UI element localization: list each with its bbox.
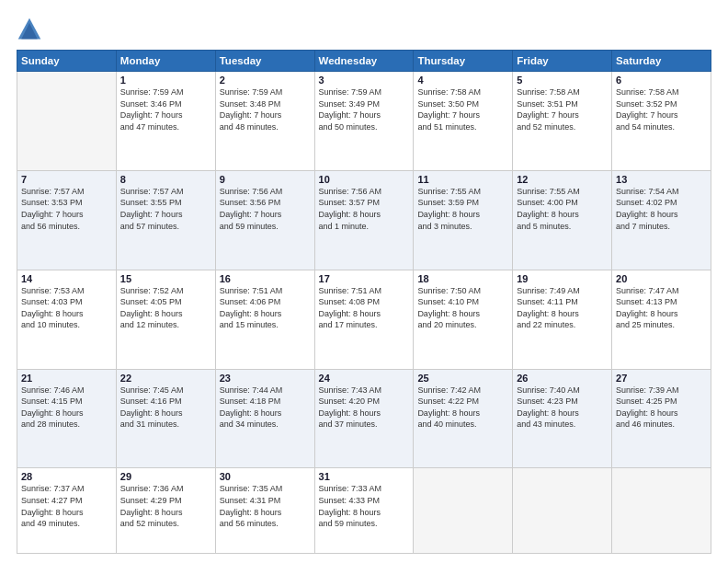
calendar-day-cell: 31Sunrise: 7:33 AMSunset: 4:33 PMDayligh… bbox=[314, 468, 414, 554]
calendar-day-cell bbox=[414, 468, 513, 554]
calendar-day-cell: 14Sunrise: 7:53 AMSunset: 4:03 PMDayligh… bbox=[17, 270, 117, 369]
calendar-day-cell: 29Sunrise: 7:36 AMSunset: 4:29 PMDayligh… bbox=[116, 468, 215, 554]
daylight-text-line1: Daylight: 8 hours bbox=[417, 210, 480, 219]
calendar-day-cell: 18Sunrise: 7:50 AMSunset: 4:10 PMDayligh… bbox=[414, 270, 513, 369]
calendar-day-cell: 19Sunrise: 7:49 AMSunset: 4:11 PMDayligh… bbox=[513, 270, 612, 369]
calendar-day-cell bbox=[513, 468, 612, 554]
sunrise-text: Sunrise: 7:57 AM bbox=[21, 187, 85, 196]
sunrise-text: Sunrise: 7:36 AM bbox=[120, 484, 184, 493]
day-number: 30 bbox=[220, 471, 311, 482]
daylight-text-line1: Daylight: 7 hours bbox=[319, 110, 381, 120]
day-info: Sunrise: 7:56 AMSunset: 3:57 PMDaylight:… bbox=[319, 186, 410, 232]
calendar-day-cell: 9Sunrise: 7:56 AMSunset: 3:56 PMDaylight… bbox=[215, 170, 314, 270]
sunset-text: Sunset: 3:52 PM bbox=[616, 99, 677, 109]
calendar-day-cell: 10Sunrise: 7:56 AMSunset: 3:57 PMDayligh… bbox=[314, 170, 414, 270]
day-info: Sunrise: 7:51 AMSunset: 4:06 PMDaylight:… bbox=[220, 285, 311, 331]
daylight-text-line2: and 56 minutes. bbox=[21, 222, 80, 231]
daylight-text-line1: Daylight: 8 hours bbox=[220, 408, 282, 418]
sunset-text: Sunset: 4:20 PM bbox=[319, 396, 381, 406]
calendar-day-cell: 22Sunrise: 7:45 AMSunset: 4:16 PMDayligh… bbox=[116, 369, 215, 468]
sunset-text: Sunset: 3:57 PM bbox=[319, 198, 381, 207]
sunrise-text: Sunrise: 7:33 AM bbox=[319, 484, 382, 493]
day-info: Sunrise: 7:42 AMSunset: 4:22 PMDaylight:… bbox=[417, 385, 508, 431]
daylight-text-line2: and 49 minutes. bbox=[21, 519, 80, 528]
sunset-text: Sunset: 4:31 PM bbox=[220, 496, 281, 505]
sunrise-text: Sunrise: 7:58 AM bbox=[616, 87, 679, 97]
logo bbox=[17, 17, 46, 42]
day-info: Sunrise: 7:47 AMSunset: 4:13 PMDaylight:… bbox=[616, 285, 707, 331]
sunset-text: Sunset: 3:49 PM bbox=[319, 99, 381, 109]
day-number: 12 bbox=[517, 174, 608, 185]
daylight-text-line2: and 17 minutes. bbox=[319, 320, 378, 329]
day-info: Sunrise: 7:58 AMSunset: 3:52 PMDaylight:… bbox=[616, 86, 707, 132]
daylight-text-line2: and 47 minutes. bbox=[120, 122, 179, 132]
daylight-text-line2: and 10 minutes. bbox=[21, 320, 80, 329]
sunrise-text: Sunrise: 7:54 AM bbox=[616, 187, 679, 196]
daylight-text-line2: and 57 minutes. bbox=[120, 222, 179, 231]
daylight-text-line1: Daylight: 7 hours bbox=[517, 110, 579, 120]
daylight-text-line2: and 43 minutes. bbox=[517, 419, 575, 429]
daylight-text-line2: and 37 minutes. bbox=[319, 419, 378, 429]
day-info: Sunrise: 7:57 AMSunset: 3:53 PMDaylight:… bbox=[21, 186, 112, 232]
day-number: 31 bbox=[319, 471, 410, 482]
day-number: 8 bbox=[120, 174, 211, 185]
day-number: 5 bbox=[517, 75, 608, 86]
day-number: 9 bbox=[220, 174, 311, 185]
daylight-text-line1: Daylight: 7 hours bbox=[120, 110, 183, 120]
daylight-text-line2: and 46 minutes. bbox=[616, 419, 675, 429]
sunrise-text: Sunrise: 7:45 AM bbox=[120, 385, 184, 395]
weekday-header-sunday: Sunday bbox=[17, 51, 117, 72]
daylight-text-line1: Daylight: 8 hours bbox=[120, 309, 183, 318]
sunset-text: Sunset: 4:27 PM bbox=[21, 496, 83, 505]
sunrise-text: Sunrise: 7:35 AM bbox=[220, 484, 283, 493]
sunrise-text: Sunrise: 7:39 AM bbox=[616, 385, 679, 395]
day-number: 23 bbox=[220, 373, 311, 384]
sunrise-text: Sunrise: 7:42 AM bbox=[417, 385, 481, 395]
daylight-text-line2: and 7 minutes. bbox=[616, 222, 670, 231]
page: SundayMondayTuesdayWednesdayThursdayFrid… bbox=[0, 0, 728, 563]
sunset-text: Sunset: 4:25 PM bbox=[616, 396, 677, 406]
sunset-text: Sunset: 4:02 PM bbox=[616, 198, 677, 207]
calendar-week-row: 21Sunrise: 7:46 AMSunset: 4:15 PMDayligh… bbox=[17, 369, 711, 468]
day-number: 1 bbox=[120, 75, 211, 86]
day-info: Sunrise: 7:51 AMSunset: 4:08 PMDaylight:… bbox=[319, 285, 410, 331]
day-number: 7 bbox=[21, 174, 112, 185]
day-number: 21 bbox=[21, 373, 112, 384]
daylight-text-line2: and 52 minutes. bbox=[517, 122, 575, 132]
day-number: 4 bbox=[417, 75, 508, 86]
day-info: Sunrise: 7:59 AMSunset: 3:49 PMDaylight:… bbox=[319, 86, 410, 132]
daylight-text-line2: and 56 minutes. bbox=[220, 519, 279, 528]
sunset-text: Sunset: 4:03 PM bbox=[21, 297, 83, 306]
daylight-text-line1: Daylight: 8 hours bbox=[319, 408, 381, 418]
sunset-text: Sunset: 3:55 PM bbox=[120, 198, 182, 207]
calendar-day-cell: 3Sunrise: 7:59 AMSunset: 3:49 PMDaylight… bbox=[314, 72, 414, 171]
sunrise-text: Sunrise: 7:40 AM bbox=[517, 385, 580, 395]
daylight-text-line1: Daylight: 8 hours bbox=[21, 508, 84, 517]
sunset-text: Sunset: 3:51 PM bbox=[517, 99, 578, 109]
daylight-text-line1: Daylight: 8 hours bbox=[120, 408, 183, 418]
day-number: 14 bbox=[21, 273, 112, 284]
day-info: Sunrise: 7:54 AMSunset: 4:02 PMDaylight:… bbox=[616, 186, 707, 232]
weekday-header-tuesday: Tuesday bbox=[215, 51, 314, 72]
calendar-day-cell: 1Sunrise: 7:59 AMSunset: 3:46 PMDaylight… bbox=[116, 72, 215, 171]
daylight-text-line1: Daylight: 8 hours bbox=[21, 309, 84, 318]
day-number: 27 bbox=[616, 373, 707, 384]
daylight-text-line1: Daylight: 8 hours bbox=[319, 210, 381, 219]
day-number: 20 bbox=[616, 273, 707, 284]
daylight-text-line1: Daylight: 8 hours bbox=[220, 508, 282, 517]
sunset-text: Sunset: 3:50 PM bbox=[417, 99, 479, 109]
daylight-text-line1: Daylight: 7 hours bbox=[616, 110, 678, 120]
sunrise-text: Sunrise: 7:50 AM bbox=[417, 286, 481, 295]
sunset-text: Sunset: 4:11 PM bbox=[517, 297, 578, 306]
daylight-text-line1: Daylight: 8 hours bbox=[21, 408, 84, 418]
sunset-text: Sunset: 4:22 PM bbox=[417, 396, 479, 406]
calendar-day-cell: 8Sunrise: 7:57 AMSunset: 3:55 PMDaylight… bbox=[116, 170, 215, 270]
calendar-day-cell: 28Sunrise: 7:37 AMSunset: 4:27 PMDayligh… bbox=[17, 468, 117, 554]
daylight-text-line1: Daylight: 8 hours bbox=[417, 309, 480, 318]
day-info: Sunrise: 7:58 AMSunset: 3:50 PMDaylight:… bbox=[417, 86, 508, 132]
sunset-text: Sunset: 4:05 PM bbox=[120, 297, 182, 306]
day-number: 22 bbox=[120, 373, 211, 384]
sunset-text: Sunset: 4:00 PM bbox=[517, 198, 578, 207]
logo-icon bbox=[17, 17, 42, 42]
daylight-text-line2: and 31 minutes. bbox=[120, 419, 179, 429]
